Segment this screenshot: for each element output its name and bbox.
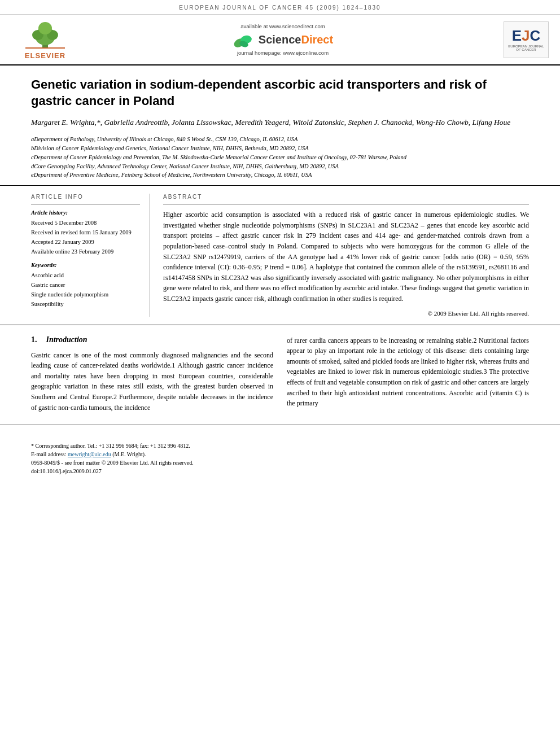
keyword-1: Gastric cancer — [31, 281, 140, 290]
body-left-column: 1. Introduction Gastric cancer is one of… — [31, 335, 273, 413]
section-number: 1. — [31, 335, 37, 344]
affiliation-e: eDepartment of Preventive Medicine, Fein… — [31, 171, 529, 180]
article-info-divider — [31, 204, 140, 205]
title-section: Genetic variation in sodium-dependent as… — [0, 65, 560, 186]
article-history-label: Article history: — [31, 209, 140, 216]
ejc-box: EJC EUROPEAN JOURNALOF CANCER — [504, 21, 549, 58]
paper-title: Genetic variation in sodium-dependent as… — [31, 77, 529, 109]
keyword-3: Susceptibility — [31, 300, 140, 309]
sd-available-text: available at www.sciencedirect.com — [240, 23, 325, 29]
svg-rect-5 — [25, 47, 65, 49]
intro-right-text: of rarer cardia cancers appears to be in… — [287, 335, 529, 409]
keyword-2: Single nucleotide polymorphism — [31, 290, 140, 300]
body-right-column: of rarer cardia cancers appears to be in… — [287, 335, 529, 413]
email-suffix: (M.E. Wright). — [112, 451, 146, 457]
affiliation-c: cDepartment of Cancer Epidemiology and P… — [31, 153, 529, 162]
history-item-0: Received 5 December 2008 — [31, 219, 140, 228]
header-logos-row: ELSEVIER available at www.sciencedirect.… — [0, 15, 560, 65]
abstract-text: Higher ascorbic acid consumption is asso… — [163, 209, 529, 304]
affiliation-d: dCore Genotyping Facility, Advanced Tech… — [31, 162, 529, 171]
copyright-line: © 2009 Elsevier Ltd. All rights reserved… — [163, 310, 529, 317]
sd-leaves-icon — [233, 32, 255, 47]
ejc-e: E — [512, 27, 522, 44]
ejc-subtitle: EUROPEAN JOURNALOF CANCER — [508, 45, 544, 51]
authors: Margaret E. Wrighta,*, Gabriella Andreot… — [31, 117, 529, 128]
section-title: Introduction — [46, 335, 88, 344]
article-info-abstract-section: ARTICLE INFO Article history: Received 5… — [0, 186, 560, 325]
ejc-logo: EJC EUROPEAN JOURNALOF CANCER — [487, 21, 549, 58]
svg-point-4 — [38, 22, 52, 34]
ejc-c: C — [530, 27, 541, 44]
ejc-j: J — [522, 27, 530, 44]
elsevier-tree-icon — [25, 19, 65, 50]
keywords-list: Ascorbic acid Gastric cancer Single nucl… — [31, 271, 140, 309]
sd-homepage-text: journal homepage: www.ejconline.com — [237, 50, 329, 56]
email-line: E-mail address: mewright@uic.edu (M.E. W… — [31, 450, 529, 458]
affiliation-a: aDepartment of Pathology, University of … — [31, 135, 529, 144]
abstract-column: ABSTRACT Higher ascorbic acid consumptio… — [163, 194, 529, 316]
affiliations: aDepartment of Pathology, University of … — [31, 135, 529, 180]
history-item-2: Accepted 22 January 2009 — [31, 238, 140, 247]
history-item-3: Available online 23 February 2009 — [31, 247, 140, 257]
sd-text: ScienceDirect — [259, 33, 333, 46]
email-link[interactable]: mewright@uic.edu — [68, 451, 111, 457]
issn-line: 0959-8049/$ - see front matter © 2009 El… — [31, 458, 529, 467]
history-item-1: Received in revised form 15 January 2009 — [31, 228, 140, 238]
sciencedirect-logo: available at www.sciencedirect.com Scien… — [79, 23, 487, 56]
email-label: E-mail address: — [31, 451, 66, 457]
article-history-text: Received 5 December 2008 Received in rev… — [31, 219, 140, 256]
intro-left-text: Gastric cancer is one of the most common… — [31, 350, 273, 413]
elsevier-logo: ELSEVIER — [11, 19, 79, 60]
ejc-letters: EJC — [512, 28, 541, 43]
journal-header-line: EUROPEAN JOURNAL OF CANCER 45 (2009) 182… — [0, 0, 560, 15]
abstract-divider — [163, 204, 529, 205]
article-info-header: ARTICLE INFO — [31, 194, 140, 200]
body-section: 1. Introduction Gastric cancer is one of… — [0, 325, 560, 413]
elsevier-text: ELSEVIER — [25, 51, 65, 60]
keyword-0: Ascorbic acid — [31, 271, 140, 281]
doi-line: doi:10.1016/j.ejca.2009.01.027 — [31, 467, 529, 475]
abstract-header: ABSTRACT — [163, 194, 529, 200]
footer-section: * Corresponding author. Tel.: +1 312 996… — [0, 424, 560, 481]
keywords-label: Keywords: — [31, 262, 140, 268]
corresponding-author-text: * Corresponding author. Tel.: +1 312 996… — [31, 442, 529, 450]
article-info-column: ARTICLE INFO Article history: Received 5… — [31, 194, 150, 316]
sd-logo-area: ScienceDirect — [233, 32, 333, 47]
affiliation-b: bDivision of Cancer Epidemiology and Gen… — [31, 144, 529, 153]
introduction-header: 1. Introduction — [31, 335, 273, 344]
